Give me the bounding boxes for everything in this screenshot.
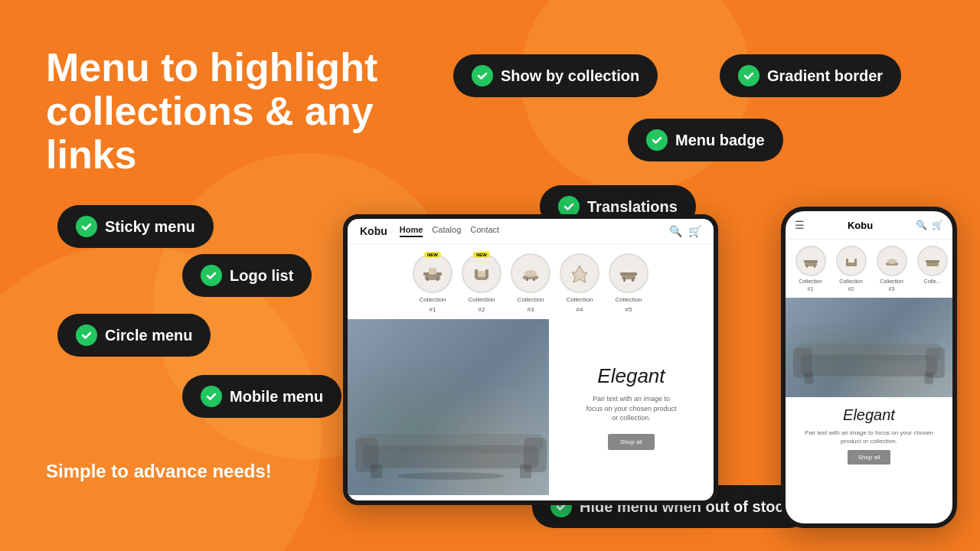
cart-icon: 🛒 [932, 220, 943, 230]
badge-sticky-menu: Sticky menu [57, 205, 214, 248]
phone-collection-circle [877, 246, 907, 276]
tagline: Simple to advance needs! [46, 461, 272, 482]
hero-description: Pair text with an image tofocus on your … [586, 394, 676, 423]
hero-title: Elegant [597, 364, 665, 388]
svg-rect-27 [806, 265, 808, 268]
phone-header: ☰ Kobu 🔍 🛒 [786, 211, 952, 240]
svg-rect-2 [426, 277, 429, 281]
search-icon: 🔍 [916, 220, 927, 230]
collection-item: NEW Collection #2 [462, 253, 501, 313]
badge-mobile-menu: Mobile menu [182, 375, 341, 418]
check-icon [472, 65, 493, 86]
svg-rect-3 [436, 277, 439, 281]
hamburger-icon: ☰ [795, 219, 805, 231]
new-badge: NEW [473, 252, 490, 258]
svg-point-24 [397, 472, 505, 480]
collection-circle [609, 253, 648, 293]
badge-gradient-border: Gradient border [720, 54, 901, 97]
svg-rect-30 [846, 259, 848, 266]
svg-rect-16 [623, 278, 626, 282]
svg-rect-35 [926, 260, 939, 262]
collection-circle [413, 253, 452, 293]
svg-rect-4 [429, 268, 436, 275]
svg-rect-6 [475, 269, 478, 279]
svg-rect-22 [371, 465, 382, 478]
phone-collection-circle [795, 246, 826, 276]
phone-collection-item: Collection #3 [874, 246, 909, 292]
phone-collection-circle [917, 246, 948, 276]
phone-hero-text: Elegant Pair text with an image to focus… [786, 397, 952, 474]
svg-rect-39 [796, 344, 942, 360]
svg-rect-29 [848, 262, 855, 266]
phone-collection-item: Collection #1 [793, 246, 828, 292]
tablet-hero-image [348, 319, 549, 495]
collection-item: Collection #4 [560, 253, 599, 313]
phone-mockup: ☰ Kobu 🔍 🛒 Collection #1 Collection #2 C… [781, 207, 957, 528]
tablet-nav: Home Catalog Contact [400, 225, 499, 237]
tablet-hero-text: Elegant Pair text with an image tofocus … [549, 319, 714, 495]
phone-collection-item: Colle... [915, 246, 949, 292]
phone-logo: Kobu [805, 220, 916, 231]
svg-rect-41 [924, 373, 933, 384]
phone-collections: Collection #1 Collection #2 Collection #… [786, 240, 952, 298]
svg-rect-17 [632, 278, 634, 282]
check-icon [201, 265, 222, 286]
search-icon: 🔍 [669, 225, 682, 237]
svg-rect-10 [524, 270, 537, 277]
badge-show-collection: Show by collection [453, 54, 658, 97]
svg-marker-13 [572, 266, 587, 282]
tablet-header: Kobu Home Catalog Contact 🔍 🛒 [348, 219, 714, 244]
svg-rect-12 [533, 278, 535, 281]
phone-header-icons: 🔍 🛒 [916, 220, 943, 230]
svg-rect-15 [620, 272, 637, 276]
svg-rect-40 [805, 373, 814, 384]
main-headline: Menu to highlight collections & any link… [46, 46, 413, 178]
svg-rect-11 [526, 278, 528, 281]
badge-circle-menu: Circle menu [57, 314, 211, 357]
svg-rect-7 [485, 269, 488, 279]
hero-shop-all-button[interactable]: Shop all [608, 434, 655, 450]
collection-circle [462, 253, 501, 293]
svg-rect-26 [804, 260, 818, 262]
collection-item: Collection #3 [511, 253, 550, 313]
collection-circle [511, 253, 550, 293]
phone-collection-circle [836, 246, 867, 276]
phone-shop-all-button[interactable]: Shop all [848, 450, 891, 465]
svg-rect-31 [854, 259, 857, 266]
tablet-icons: 🔍 🛒 [669, 225, 701, 237]
check-icon [646, 129, 668, 151]
new-badge: NEW [424, 252, 441, 258]
svg-rect-21 [359, 434, 543, 453]
svg-rect-28 [814, 265, 815, 268]
cart-icon: 🛒 [688, 225, 701, 237]
phone-collection-item: Collection #2 [834, 246, 868, 292]
check-icon [76, 324, 97, 346]
svg-rect-33 [887, 259, 897, 264]
phone-hero-title: Elegant [843, 406, 895, 424]
svg-rect-8 [478, 271, 485, 277]
phone-hero-image [786, 298, 952, 397]
collection-circle [560, 253, 599, 293]
check-icon [201, 386, 222, 407]
check-icon [738, 65, 760, 86]
check-icon [76, 216, 97, 237]
tablet-collections: NEW Collection #1 NEW Collection #2 Coll… [348, 244, 714, 319]
tablet-mockup: Kobu Home Catalog Contact 🔍 🛒 NEW Collec… [343, 214, 718, 505]
svg-rect-23 [520, 465, 531, 478]
phone-hero-description: Pair text with an image to focus on your… [796, 429, 942, 445]
collection-item: Collection #5 [609, 253, 648, 313]
badge-logo-list: Logo list [182, 254, 312, 297]
collection-item: NEW Collection #1 [413, 253, 452, 313]
badge-menu-badge: Menu badge [628, 119, 783, 161]
tablet-logo: Kobu [360, 225, 387, 237]
tablet-hero: Elegant Pair text with an image tofocus … [348, 319, 714, 495]
